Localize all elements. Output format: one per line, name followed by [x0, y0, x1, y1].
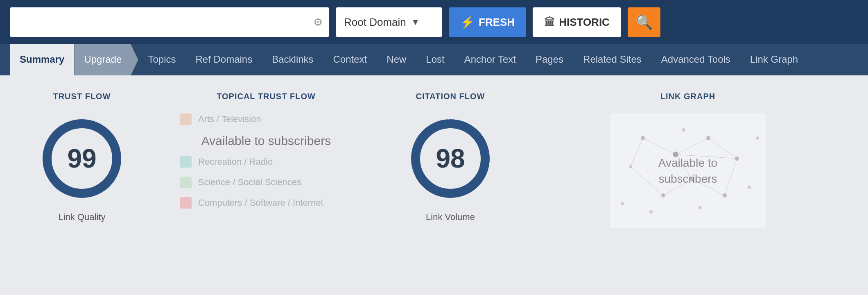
domain-type-selector[interactable]: Root Domain ▼	[336, 7, 442, 37]
nav-item-related-sites[interactable]: Related Sites	[573, 44, 651, 75]
fresh-label: FRESH	[479, 16, 515, 29]
citation-flow-section: CITATION FLOW 98 Link Volume	[393, 92, 508, 222]
citation-flow-value: 98	[436, 143, 465, 174]
search-input[interactable]: facebook.com	[16, 16, 313, 29]
svg-point-26	[698, 206, 702, 209]
svg-point-24	[621, 202, 624, 205]
svg-point-27	[756, 136, 759, 140]
topical-color-science	[180, 177, 192, 188]
link-graph-section: LINK GRAPH	[532, 92, 843, 228]
citation-flow-label: CITATION FLOW	[416, 92, 485, 101]
nav-item-advanced-tools[interactable]: Advanced Tools	[651, 44, 740, 75]
fresh-button[interactable]: ⚡ FRESH	[449, 7, 526, 37]
search-icon: 🔍	[635, 14, 653, 30]
search-bar-container: facebook.com ⚙	[10, 7, 329, 37]
topical-list: Arts / Television Available to subscribe…	[180, 113, 352, 209]
nav-item-summary[interactable]: Summary	[10, 44, 74, 75]
historic-button[interactable]: 🏛 HISTORIC	[533, 7, 621, 37]
link-graph-label: LINK GRAPH	[660, 92, 715, 101]
trust-flow-value: 99	[67, 143, 96, 174]
bank-icon: 🏛	[544, 16, 555, 29]
topical-color-recreation	[180, 156, 192, 168]
topical-trust-flow-section: TOPICAL TRUST FLOW Arts / Television Ava…	[164, 92, 368, 218]
topical-name-recreation: Recreation / Radio	[198, 157, 273, 167]
gear-icon[interactable]: ⚙	[313, 16, 323, 29]
svg-line-12	[725, 159, 737, 195]
link-graph-subscribers-text: Available tosubscribers	[658, 155, 717, 187]
citation-flow-sublabel: Link Volume	[426, 212, 475, 222]
svg-point-19	[661, 193, 665, 197]
citation-flow-donut: 98	[405, 113, 495, 204]
svg-point-14	[641, 136, 645, 140]
nav-item-link-graph[interactable]: Link Graph	[740, 44, 808, 75]
topical-color-arts	[180, 113, 192, 125]
topical-trust-flow-label: TOPICAL TRUST FLOW	[180, 92, 352, 101]
svg-point-21	[735, 157, 739, 161]
topical-name-science: Science / Social Sciences	[198, 177, 301, 188]
svg-point-18	[723, 193, 727, 197]
nav-item-pages[interactable]: Pages	[526, 44, 573, 75]
historic-label: HISTORIC	[559, 16, 610, 29]
nav-item-ref-domains[interactable]: Ref Domains	[185, 44, 262, 75]
nav-item-new[interactable]: New	[377, 44, 416, 75]
svg-point-16	[706, 136, 710, 140]
nav-item-anchor-text[interactable]: Anchor Text	[454, 44, 526, 75]
topical-color-computers	[180, 197, 192, 209]
trust-flow-donut: 99	[37, 113, 127, 204]
link-graph-box: Available tosubscribers	[610, 113, 766, 228]
svg-point-23	[748, 186, 751, 189]
domain-type-label: Root Domain	[344, 16, 406, 29]
topical-item-computers: Computers / Software / Internet	[180, 197, 352, 209]
nav-item-topics[interactable]: Topics	[138, 44, 185, 75]
svg-line-9	[631, 138, 643, 167]
topical-name-arts: Arts / Television	[198, 114, 261, 125]
svg-line-4	[643, 138, 676, 154]
topical-name-computers: Computers / Software / Internet	[198, 197, 323, 208]
navigation: Summary Upgrade Topics Ref Domains Backl…	[0, 44, 868, 75]
svg-point-25	[649, 210, 653, 213]
svg-point-20	[629, 165, 632, 168]
main-content: TRUST FLOW 99 Link Quality TOPICAL TRUST…	[0, 75, 868, 245]
trust-flow-section: TRUST FLOW 99 Link Quality	[25, 92, 139, 222]
svg-line-5	[676, 138, 708, 154]
nav-item-context[interactable]: Context	[323, 44, 377, 75]
nav-item-lost[interactable]: Lost	[416, 44, 454, 75]
lightning-icon: ⚡	[460, 16, 475, 29]
topical-item-science: Science / Social Sciences	[180, 177, 352, 188]
nav-item-backlinks[interactable]: Backlinks	[262, 44, 323, 75]
trust-flow-label: TRUST FLOW	[53, 92, 111, 101]
chevron-down-icon: ▼	[411, 17, 420, 27]
topical-item-recreation: Recreation / Radio	[180, 156, 352, 168]
nav-item-upgrade[interactable]: Upgrade	[74, 44, 138, 75]
search-button[interactable]: 🔍	[628, 7, 660, 37]
topical-item-arts: Arts / Television	[180, 113, 352, 125]
trust-flow-sublabel: Link Quality	[59, 212, 106, 222]
topical-subscribers-overlay: Available to subscribers	[180, 126, 352, 156]
svg-point-22	[682, 128, 685, 132]
header: facebook.com ⚙ Root Domain ▼ ⚡ FRESH 🏛 H…	[0, 0, 868, 44]
